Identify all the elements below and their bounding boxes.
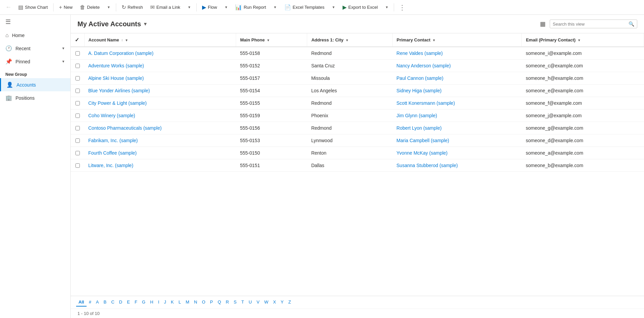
alpha-item-j[interactable]: J [162, 298, 169, 307]
city-filter-icon[interactable]: ▼ [345, 38, 349, 42]
alpha-item-u[interactable]: U [246, 298, 254, 307]
alpha-item-a[interactable]: A [94, 298, 101, 307]
contact-cell[interactable]: Maria Campbell (sample) [392, 134, 522, 147]
contact-cell[interactable]: Sidney Higa (sample) [392, 85, 522, 97]
alpha-item-o[interactable]: O [199, 298, 207, 307]
alpha-item-n[interactable]: N [192, 298, 199, 307]
sidebar-item-accounts[interactable]: 👤 Accounts [0, 78, 70, 91]
alpha-item-w[interactable]: W [262, 298, 270, 307]
back-button[interactable]: ← [3, 2, 14, 13]
row-checkbox[interactable] [75, 101, 80, 105]
row-checkbox-cell[interactable] [71, 72, 84, 85]
alpha-item-l[interactable]: L [176, 298, 183, 307]
alpha-item-g[interactable]: G [140, 298, 148, 307]
sidebar-item-recent[interactable]: 🕐 Recent ▼ [0, 42, 70, 55]
flow-button[interactable]: ▶ Flow [199, 2, 220, 12]
alpha-item-m[interactable]: M [183, 298, 192, 307]
run-report-chevron-button[interactable]: ▼ [270, 3, 280, 11]
alpha-item-i[interactable]: I [156, 298, 162, 307]
contact-cell[interactable]: Rene Valdes (sample) [392, 47, 522, 60]
row-checkbox[interactable] [75, 64, 80, 68]
select-all-checkbox[interactable]: ✓ [75, 37, 79, 43]
row-checkbox[interactable] [75, 151, 80, 155]
excel-templates-chevron-button[interactable]: ▼ [328, 3, 339, 11]
email-filter-icon[interactable]: ▼ [577, 38, 581, 42]
row-checkbox-cell[interactable] [71, 147, 84, 159]
hamburger-button[interactable]: ☰ [0, 15, 70, 29]
alpha-item-hash[interactable]: # [87, 298, 94, 307]
alpha-item-p[interactable]: P [208, 298, 216, 307]
email-link-button[interactable]: ✉ Email a Link [147, 2, 184, 12]
delete-chevron-button[interactable]: ▼ [104, 3, 114, 11]
alpha-item-b[interactable]: B [101, 298, 109, 307]
row-checkbox-cell[interactable] [71, 85, 84, 97]
contact-cell[interactable]: Susanna Stubberod (sample) [392, 159, 522, 172]
account-name-cell[interactable]: Adventure Works (sample) [84, 60, 236, 72]
alpha-item-k[interactable]: K [168, 298, 176, 307]
row-checkbox[interactable] [75, 76, 80, 81]
contact-cell[interactable]: Robert Lyon (sample) [392, 122, 522, 134]
main-phone-header[interactable]: Main Phone ▼ [236, 33, 307, 47]
view-title-chevron-icon[interactable]: ▼ [143, 21, 148, 27]
export-excel-button[interactable]: ▶ Export to Excel [339, 2, 381, 12]
alpha-item-y[interactable]: Y [278, 298, 286, 307]
email-chevron-button[interactable]: ▼ [184, 3, 194, 11]
alpha-item-q[interactable]: Q [215, 298, 223, 307]
city-header[interactable]: Address 1: City ▼ [307, 33, 392, 47]
flow-chevron-button[interactable]: ▼ [221, 3, 231, 11]
filter-icon[interactable]: ▦ [539, 19, 547, 29]
account-name-cell[interactable]: Alpine Ski House (sample) [84, 72, 236, 85]
email-header[interactable]: Email (Primary Contact) ▼ [522, 33, 644, 47]
alpha-item-c[interactable]: C [109, 298, 117, 307]
contact-cell[interactable]: Yvonne McKay (sample) [392, 147, 522, 159]
row-checkbox-cell[interactable] [71, 159, 84, 172]
sidebar-item-pinned[interactable]: 📌 Pinned ▼ [0, 55, 70, 68]
row-checkbox[interactable] [75, 126, 80, 130]
row-checkbox[interactable] [75, 51, 80, 56]
contact-cell[interactable]: Nancy Anderson (sample) [392, 60, 522, 72]
row-checkbox-cell[interactable] [71, 60, 84, 72]
account-name-cell[interactable]: Blue Yonder Airlines (sample) [84, 85, 236, 97]
export-chevron-button[interactable]: ▼ [382, 3, 392, 11]
run-report-button[interactable]: 📊 Run Report [232, 2, 269, 12]
sidebar-item-positions[interactable]: 🏢 Positions [0, 91, 70, 104]
row-checkbox[interactable] [75, 163, 80, 168]
show-chart-button[interactable]: ▤ Show Chart [15, 2, 51, 12]
row-checkbox-cell[interactable] [71, 134, 84, 147]
account-name-cell[interactable]: City Power & Light (sample) [84, 97, 236, 109]
search-input[interactable] [553, 22, 626, 27]
refresh-button[interactable]: ↻ Refresh [118, 2, 147, 12]
contact-cell[interactable]: Scott Konersmann (sample) [392, 97, 522, 109]
search-box[interactable]: 🔍 [550, 20, 637, 28]
account-name-cell[interactable]: Fabrikam, Inc. (sample) [84, 134, 236, 147]
account-name-cell[interactable]: Litware, Inc. (sample) [84, 159, 236, 172]
excel-templates-button[interactable]: 📄 Excel Templates [281, 2, 328, 12]
alpha-item-d[interactable]: D [117, 298, 125, 307]
contact-cell[interactable]: Jim Glynn (sample) [392, 109, 522, 122]
row-checkbox[interactable] [75, 114, 80, 118]
account-name-cell[interactable]: Coho Winery (sample) [84, 109, 236, 122]
row-checkbox[interactable] [75, 138, 80, 143]
alpha-item-x[interactable]: X [271, 298, 279, 307]
alpha-item-v[interactable]: V [254, 298, 262, 307]
alpha-item-all[interactable]: All [76, 298, 87, 307]
alpha-item-t[interactable]: T [239, 298, 246, 307]
row-checkbox-cell[interactable] [71, 122, 84, 134]
alpha-item-z[interactable]: Z [286, 298, 293, 307]
alpha-item-e[interactable]: E [125, 298, 132, 307]
new-button[interactable]: + New [56, 2, 76, 12]
row-checkbox-cell[interactable] [71, 109, 84, 122]
sidebar-item-home[interactable]: ⌂ Home [0, 29, 70, 42]
row-checkbox-cell[interactable] [71, 97, 84, 109]
row-checkbox[interactable] [75, 89, 80, 93]
delete-button[interactable]: 🗑 Delete [76, 2, 103, 12]
primary-contact-filter-icon[interactable]: ▼ [432, 38, 436, 42]
alpha-item-f[interactable]: F [132, 298, 140, 307]
contact-cell[interactable]: Paul Cannon (sample) [392, 72, 522, 85]
row-checkbox-cell[interactable] [71, 47, 84, 60]
alpha-item-s[interactable]: S [231, 298, 239, 307]
alpha-item-r[interactable]: R [223, 298, 231, 307]
main-phone-filter-icon[interactable]: ▼ [267, 38, 270, 42]
account-name-header[interactable]: Account Name ↑ ▼ [84, 33, 236, 47]
account-name-cell[interactable]: Contoso Pharmaceuticals (sample) [84, 122, 236, 134]
